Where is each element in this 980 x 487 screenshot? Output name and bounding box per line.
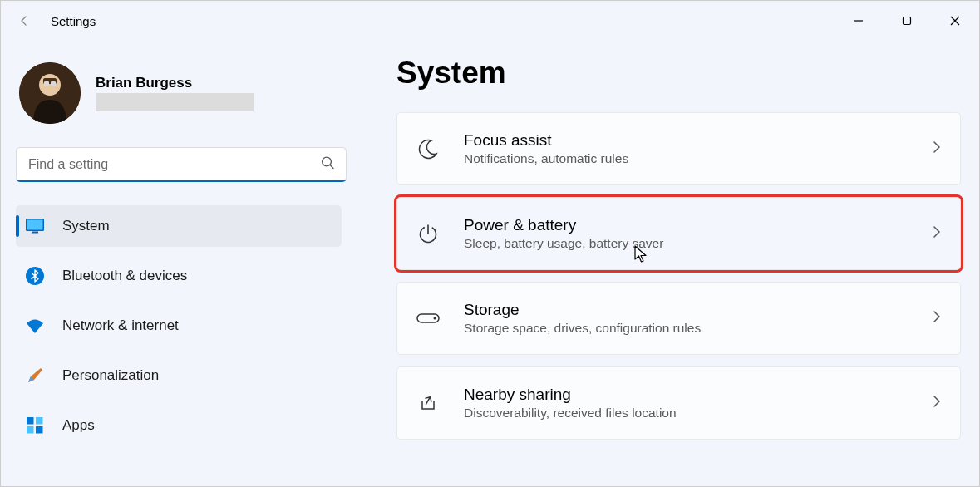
apps-icon <box>26 416 44 435</box>
svg-rect-16 <box>36 426 43 434</box>
sidebar-item-label: Bluetooth & devices <box>62 268 187 284</box>
titlebar: Settings <box>1 1 979 41</box>
card-power-battery[interactable]: Power & battery Sleep, battery usage, ba… <box>396 197 961 270</box>
sidebar: Brian Burgess System Bluetoot <box>1 41 357 486</box>
search-input[interactable] <box>16 147 347 182</box>
sidebar-item-apps[interactable]: Apps <box>16 405 342 446</box>
power-icon <box>416 221 441 246</box>
sidebar-item-label: Personalization <box>62 367 159 384</box>
system-icon <box>26 217 44 235</box>
svg-rect-6 <box>51 81 56 86</box>
sidebar-item-label: Apps <box>62 417 95 434</box>
svg-line-8 <box>330 165 333 169</box>
card-sub: Notifications, automatic rules <box>464 151 932 166</box>
card-nearby-sharing[interactable]: Nearby sharing Discoverability, received… <box>396 366 961 440</box>
wifi-icon <box>26 317 44 335</box>
chevron-right-icon <box>932 224 942 244</box>
user-email <box>96 93 254 111</box>
svg-rect-11 <box>32 232 38 234</box>
svg-rect-15 <box>27 426 34 434</box>
svg-point-20 <box>434 317 436 320</box>
card-focus-assist[interactable]: Focus assist Notifications, automatic ru… <box>396 112 961 185</box>
svg-rect-10 <box>27 220 43 230</box>
card-title: Storage <box>464 301 932 319</box>
app-title: Settings <box>51 14 96 28</box>
svg-rect-13 <box>27 417 34 425</box>
svg-point-3 <box>39 74 61 96</box>
page-title: System <box>396 56 961 91</box>
sidebar-item-personalization[interactable]: Personalization <box>16 355 342 396</box>
svg-rect-1 <box>904 17 911 25</box>
search-icon <box>321 156 335 174</box>
sidebar-item-label: System <box>62 218 110 234</box>
card-storage[interactable]: Storage Storage space, drives, configura… <box>396 282 961 355</box>
svg-point-7 <box>323 157 332 166</box>
chevron-right-icon <box>932 139 942 159</box>
search-field[interactable] <box>16 147 347 182</box>
maximize-button[interactable] <box>883 4 931 37</box>
user-block[interactable]: Brian Burgess <box>19 62 342 124</box>
moon-icon <box>416 136 441 161</box>
card-title: Power & battery <box>464 216 932 234</box>
sidebar-item-network[interactable]: Network & internet <box>16 305 342 347</box>
svg-rect-14 <box>36 417 43 425</box>
card-sub: Discoverability, received files location <box>464 406 932 421</box>
sidebar-item-label: Network & internet <box>62 317 179 334</box>
nav-list: System Bluetooth & devices Network & int… <box>16 205 342 446</box>
window-controls <box>835 4 979 37</box>
card-title: Nearby sharing <box>464 386 932 404</box>
chevron-right-icon <box>932 393 942 413</box>
minimize-button[interactable] <box>835 4 883 37</box>
card-sub: Storage space, drives, configuration rul… <box>464 321 932 336</box>
close-button[interactable] <box>931 4 979 37</box>
card-sub: Sleep, battery usage, battery saver <box>464 236 932 251</box>
share-icon <box>416 391 441 416</box>
storage-icon <box>416 306 441 331</box>
sidebar-item-system[interactable]: System <box>16 205 342 247</box>
svg-rect-5 <box>44 81 49 86</box>
chevron-right-icon <box>932 308 942 328</box>
back-icon <box>16 12 32 29</box>
avatar <box>19 62 81 124</box>
sidebar-item-bluetooth[interactable]: Bluetooth & devices <box>16 255 342 297</box>
user-name: Brian Burgess <box>96 75 254 91</box>
main-content: System Focus assist Notifications, autom… <box>357 41 979 486</box>
bluetooth-icon <box>26 267 44 285</box>
card-title: Focus assist <box>464 131 932 150</box>
brush-icon <box>26 366 44 385</box>
